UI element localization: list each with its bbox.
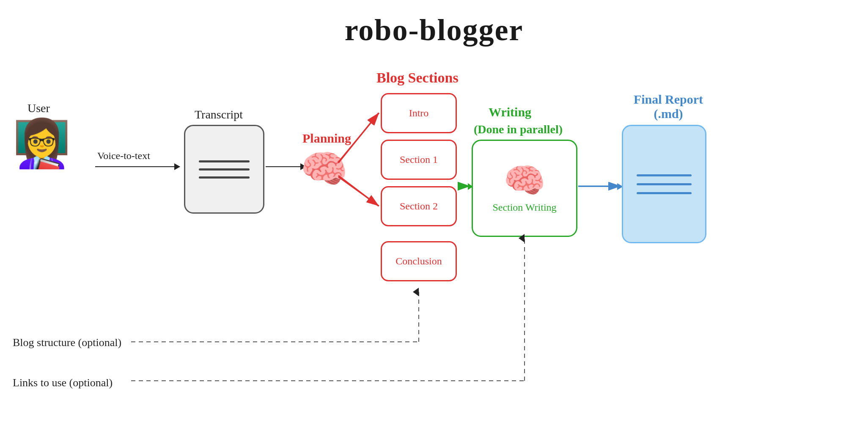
transcript-line-2 [199, 168, 250, 170]
planning-label: Planning [302, 131, 351, 146]
section-box-section1: Section 1 [381, 140, 457, 180]
final-report-label: Final Report(.md) [626, 92, 711, 121]
section-box-intro: Intro [381, 93, 457, 133]
arrow-writing-report [578, 186, 623, 187]
planning-brain-icon: 🧠 [300, 150, 348, 188]
bottom-label-blog-structure: Blog structure (optional) [13, 336, 121, 349]
report-line-2 [637, 183, 692, 185]
writing-label: Writing [489, 105, 531, 119]
page-title: robo-blogger [345, 13, 524, 48]
blog-sections-label: Blog Sections [376, 70, 459, 86]
section-box-section2: Section 2 [381, 186, 457, 226]
report-line-3 [637, 192, 692, 194]
section-writing-box: 🧠 Section Writing [472, 140, 577, 237]
transcript-box [184, 125, 264, 214]
final-report-box [622, 125, 706, 243]
transcript-label: Transcript [195, 108, 243, 121]
user-label: User [27, 102, 50, 115]
writing-brain-icon: 🧠 [503, 164, 546, 198]
report-line-1 [637, 174, 692, 176]
section-writing-text: Section Writing [492, 202, 556, 213]
arrow-transcript-brain [266, 166, 306, 167]
writing-sublabel: (Done in parallel) [474, 123, 563, 136]
page: robo-blogger User 👩‍🏫 Voice-to-text Tran… [0, 0, 868, 440]
user-avatar: 👩‍🏫 [13, 121, 71, 167]
arrow-user-transcript [95, 166, 180, 167]
arrow-sections-writing [458, 186, 472, 187]
bottom-label-links: Links to use (optional) [13, 377, 113, 389]
voice-to-text-label: Voice-to-text [97, 150, 150, 162]
transcript-line-1 [199, 160, 250, 162]
transcript-line-3 [199, 176, 250, 179]
section-box-conclusion: Conclusion [381, 241, 457, 281]
